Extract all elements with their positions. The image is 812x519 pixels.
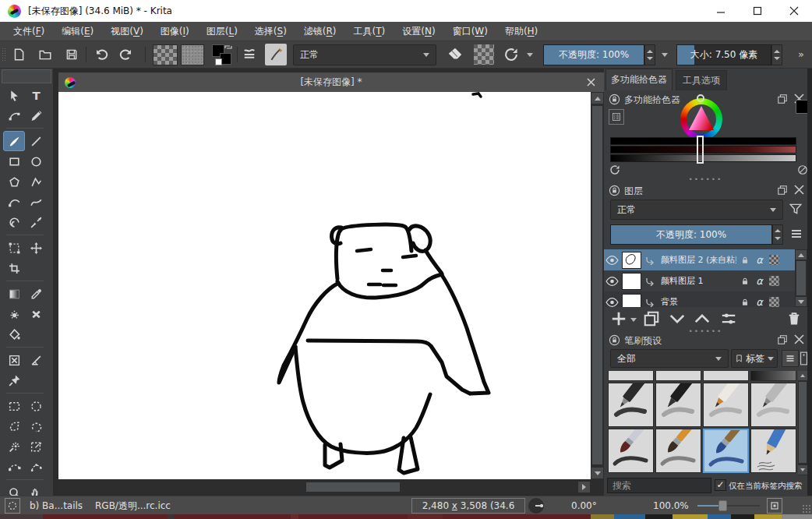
brush-editor-button[interactable] bbox=[265, 44, 287, 65]
layer-visibility-icon[interactable] bbox=[605, 295, 619, 307]
canvas-horizontal-scrollbar[interactable] bbox=[58, 481, 591, 493]
brush-preset-pen[interactable] bbox=[750, 383, 796, 427]
brush-grid-scrollbar[interactable] bbox=[798, 371, 807, 475]
reference-images-tool[interactable] bbox=[3, 370, 25, 390]
opacity-slider[interactable]: 不透明度: 100% bbox=[543, 44, 644, 65]
layer-thumbnail[interactable] bbox=[622, 294, 641, 308]
window-resize-grip[interactable] bbox=[802, 504, 811, 514]
polygon-select-tool[interactable] bbox=[3, 416, 25, 436]
canvas-vertical-scrollbar[interactable] bbox=[591, 92, 604, 479]
foreground-background-colors[interactable] bbox=[210, 44, 234, 66]
menu-item[interactable]: 图像(I) bbox=[152, 22, 198, 41]
new-document-button[interactable] bbox=[9, 45, 28, 64]
layer-name[interactable]: 颜料图层 2 (来自粘贴) bbox=[661, 254, 736, 266]
layer-properties-button[interactable] bbox=[719, 310, 738, 327]
fill-tool[interactable] bbox=[3, 324, 25, 344]
swap-colors-icon[interactable] bbox=[224, 43, 233, 52]
crop-tool[interactable] bbox=[3, 258, 25, 278]
bar-marker[interactable] bbox=[697, 136, 704, 164]
no-color-icon[interactable] bbox=[797, 164, 808, 175]
canvas-tab-bar[interactable]: [未保存图像] * bbox=[58, 72, 604, 92]
fit-view-button[interactable] bbox=[767, 498, 782, 514]
layer-name[interactable]: 颜料图层 1 bbox=[661, 275, 736, 287]
menu-item[interactable]: 文件(F) bbox=[5, 22, 53, 41]
toolbar-grip[interactable] bbox=[2, 48, 5, 62]
float-docker-icon[interactable] bbox=[777, 185, 788, 196]
storage-button[interactable] bbox=[800, 350, 807, 367]
rect-select-tool[interactable] bbox=[3, 396, 25, 416]
scroll-down-button[interactable] bbox=[591, 468, 603, 478]
brush-search-input[interactable]: 搜索 bbox=[607, 478, 711, 493]
brush-preset-pen[interactable] bbox=[608, 383, 654, 427]
delete-layer-button[interactable] bbox=[786, 310, 802, 327]
canvas-rotation-knob[interactable] bbox=[528, 498, 544, 514]
preserve-alpha-button[interactable] bbox=[474, 44, 494, 65]
brush-preset-pencil[interactable] bbox=[750, 429, 796, 473]
polygon-tool[interactable] bbox=[3, 171, 25, 192]
brush-preset-sliver-checker-small[interactable] bbox=[703, 371, 749, 381]
tab-advanced-color-selector[interactable]: 多功能拾色器 bbox=[605, 69, 673, 90]
colorize-mask-tool[interactable] bbox=[25, 304, 47, 324]
selector-shape-settings-button[interactable] bbox=[609, 109, 624, 125]
toolbox-header[interactable] bbox=[2, 69, 51, 83]
scroll-up-button[interactable] bbox=[591, 93, 603, 104]
layer-row[interactable]: 颜料图层 2 (来自粘贴)α bbox=[604, 249, 795, 270]
layer-alpha-lock-icon[interactable]: α bbox=[753, 274, 766, 288]
tab-tool-options[interactable]: 工具选项 bbox=[676, 70, 727, 90]
zoom-slider[interactable] bbox=[697, 505, 760, 507]
refresh-color-history-button[interactable] bbox=[609, 164, 621, 176]
menu-item[interactable]: 图层(L) bbox=[198, 22, 246, 41]
docker-lock-icon[interactable] bbox=[609, 185, 620, 196]
menu-item[interactable]: 选择(S) bbox=[246, 22, 295, 41]
close-docker-icon[interactable] bbox=[794, 185, 804, 195]
zoom-slider-handle[interactable] bbox=[718, 500, 727, 511]
pattern-edit-tool[interactable] bbox=[3, 350, 25, 370]
measure-tool[interactable] bbox=[25, 350, 47, 370]
layer-list-scrollbar[interactable] bbox=[795, 249, 807, 307]
layer-alpha-lock-icon[interactable]: α bbox=[753, 295, 766, 307]
tag-button[interactable]: 标签 bbox=[731, 349, 778, 368]
brush-size-slider[interactable]: 大小: 7.50 像素 bbox=[676, 44, 771, 65]
add-layer-button[interactable] bbox=[610, 310, 627, 327]
opacity-spinner[interactable] bbox=[644, 44, 655, 65]
toolbar-overflow-chevron[interactable]: » bbox=[798, 48, 804, 60]
brush-preset-pen[interactable] bbox=[655, 383, 701, 427]
drawing-canvas[interactable] bbox=[58, 92, 591, 479]
selection-mode-icon[interactable] bbox=[5, 498, 20, 514]
freehand-select-tool[interactable] bbox=[25, 416, 47, 436]
layer-opacity-spinner[interactable] bbox=[772, 224, 783, 245]
layer-inherit-alpha-icon[interactable] bbox=[768, 295, 781, 307]
undo-button[interactable] bbox=[92, 45, 111, 64]
layer-thumbnail[interactable] bbox=[622, 252, 641, 269]
layer-thumbnail[interactable] bbox=[622, 273, 641, 290]
dynamic-brush-tool[interactable] bbox=[3, 212, 25, 232]
layer-alpha-lock-icon[interactable]: α bbox=[753, 252, 766, 267]
gradient-swatch-button[interactable] bbox=[153, 44, 178, 65]
gradient-tool[interactable] bbox=[3, 284, 25, 304]
close-button[interactable] bbox=[775, 0, 812, 22]
presets-display-menu-icon[interactable] bbox=[782, 350, 799, 367]
freehand-path-tool[interactable] bbox=[25, 192, 47, 212]
layer-inherit-alpha-icon[interactable] bbox=[768, 274, 781, 288]
docker-lock-icon[interactable] bbox=[609, 94, 620, 105]
close-document-icon[interactable] bbox=[584, 75, 598, 89]
layer-lock-icon[interactable] bbox=[738, 252, 751, 267]
multibrush-tool[interactable] bbox=[25, 212, 47, 232]
bezier-select-tool[interactable] bbox=[3, 457, 25, 477]
eraser-mode-button[interactable] bbox=[446, 45, 464, 64]
layer-lock-icon[interactable] bbox=[738, 274, 751, 288]
pattern-swatch-button[interactable] bbox=[181, 44, 204, 65]
duplicate-layer-button[interactable] bbox=[643, 310, 660, 327]
text-tool[interactable]: T bbox=[25, 85, 47, 105]
color-profile-label[interactable]: RGB/透明...rc.icc bbox=[95, 496, 171, 515]
blending-mode-dropdown[interactable]: 正常 bbox=[293, 44, 436, 65]
transform-tool[interactable] bbox=[3, 238, 25, 258]
float-docker-icon[interactable] bbox=[777, 94, 788, 104]
current-brush-name[interactable]: b) Ba...tails bbox=[30, 496, 83, 515]
brush-preset-brush[interactable] bbox=[655, 429, 701, 473]
layer-name[interactable]: 背景 bbox=[661, 296, 736, 307]
layer-inherit-alpha-icon[interactable] bbox=[768, 252, 781, 267]
scroll-right-button[interactable] bbox=[578, 482, 590, 493]
menu-item[interactable]: 设置(N) bbox=[394, 22, 443, 41]
calligraphy-tool[interactable] bbox=[25, 105, 47, 125]
